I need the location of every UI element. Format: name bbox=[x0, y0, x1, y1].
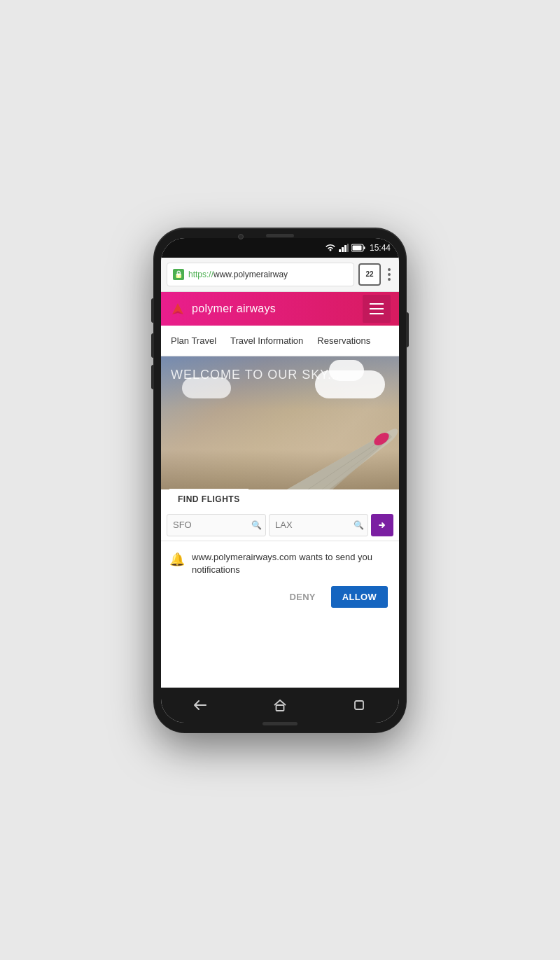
website-content: polymer airways Plan Travel Travel Infor… bbox=[161, 292, 399, 688]
android-bottom-nav bbox=[161, 688, 399, 723]
arrow-right-icon bbox=[378, 521, 386, 529]
notification-bar: 🔔 www.polymerairways.com wants to send y… bbox=[161, 541, 399, 688]
hamburger-button[interactable] bbox=[363, 295, 391, 323]
search-go-button[interactable] bbox=[371, 514, 393, 536]
url-text: https://www.polymerairway bbox=[188, 270, 288, 279]
from-search-icon: 🔍 bbox=[251, 520, 262, 530]
phone-screen: 15:44 https://www.polymerairway 22 bbox=[161, 238, 399, 723]
dot2 bbox=[388, 273, 391, 276]
browser-chrome: https://www.polymerairway 22 bbox=[161, 258, 399, 292]
notification-bell-icon: 🔔 bbox=[169, 552, 185, 567]
app-header: polymer airways bbox=[161, 292, 399, 326]
url-domain: www.polymerairway bbox=[214, 270, 288, 279]
hamburger-line3 bbox=[370, 313, 384, 314]
hamburger-line1 bbox=[370, 303, 384, 305]
svg-rect-13 bbox=[355, 701, 363, 709]
battery-icon bbox=[351, 244, 365, 252]
dot3 bbox=[388, 278, 391, 281]
lock-icon bbox=[173, 269, 184, 280]
phone-device: 15:44 https://www.polymerairway 22 bbox=[154, 228, 406, 732]
svg-rect-0 bbox=[339, 249, 341, 252]
phone-camera bbox=[238, 234, 244, 239]
url-bar[interactable]: https://www.polymerairway bbox=[167, 263, 354, 286]
deny-button[interactable]: DENY bbox=[280, 586, 326, 608]
hero-section: WELCOME TO OUR SKY... bbox=[161, 356, 399, 489]
notification-content: 🔔 www.polymerairways.com wants to send y… bbox=[169, 551, 391, 576]
svg-rect-3 bbox=[347, 244, 349, 252]
svg-rect-5 bbox=[363, 246, 365, 249]
hero-headline: WELCOME TO OUR SKY... bbox=[171, 368, 340, 382]
allow-button[interactable]: ALLOW bbox=[331, 586, 388, 608]
nav-tab-travel-info[interactable]: Travel Information bbox=[223, 326, 310, 356]
brand-logo-icon bbox=[169, 300, 186, 317]
recents-button[interactable] bbox=[338, 691, 380, 719]
browser-menu-button[interactable] bbox=[385, 265, 393, 284]
phone-bottom-speaker bbox=[262, 722, 298, 725]
status-bar: 15:44 bbox=[161, 238, 399, 258]
dot1 bbox=[388, 268, 391, 271]
status-time: 15:44 bbox=[370, 243, 391, 253]
url-https: https:// bbox=[188, 270, 214, 279]
nav-tab-reservations[interactable]: Reservations bbox=[310, 326, 377, 356]
to-search-icon: 🔍 bbox=[354, 520, 364, 530]
wifi-icon bbox=[325, 244, 336, 252]
status-icons bbox=[325, 244, 365, 252]
brand-name: polymer airways bbox=[192, 302, 276, 315]
find-flights-section: FIND FLIGHTS 🔍 🔍 bbox=[161, 489, 399, 541]
tab-count-button[interactable]: 22 bbox=[358, 263, 381, 286]
hamburger-line2 bbox=[370, 308, 384, 309]
signal-icon bbox=[339, 244, 349, 252]
browser-toolbar: https://www.polymerairway 22 bbox=[161, 258, 399, 291]
home-button[interactable] bbox=[259, 691, 301, 719]
svg-rect-12 bbox=[276, 705, 284, 711]
from-input-wrap: 🔍 bbox=[167, 514, 266, 536]
brand-area: polymer airways bbox=[169, 300, 276, 317]
svg-rect-1 bbox=[342, 247, 344, 252]
phone-speaker bbox=[266, 234, 294, 237]
svg-rect-6 bbox=[352, 245, 361, 250]
to-input-wrap: 🔍 bbox=[269, 514, 368, 536]
nav-tab-plan-travel[interactable]: Plan Travel bbox=[161, 326, 223, 356]
hero-bottom bbox=[161, 468, 399, 489]
nav-tabs: Plan Travel Travel Information Reservati… bbox=[161, 326, 399, 356]
back-arrow-icon bbox=[193, 700, 209, 711]
recents-icon bbox=[354, 700, 364, 710]
svg-rect-2 bbox=[344, 245, 346, 252]
flight-search-row: 🔍 🔍 bbox=[161, 510, 399, 541]
home-icon bbox=[274, 699, 286, 711]
back-button[interactable] bbox=[180, 691, 222, 719]
notification-message: www.polymerairways.com wants to send you… bbox=[192, 551, 391, 576]
find-flights-label: FIND FLIGHTS bbox=[169, 489, 248, 510]
notification-actions: DENY ALLOW bbox=[169, 586, 391, 608]
